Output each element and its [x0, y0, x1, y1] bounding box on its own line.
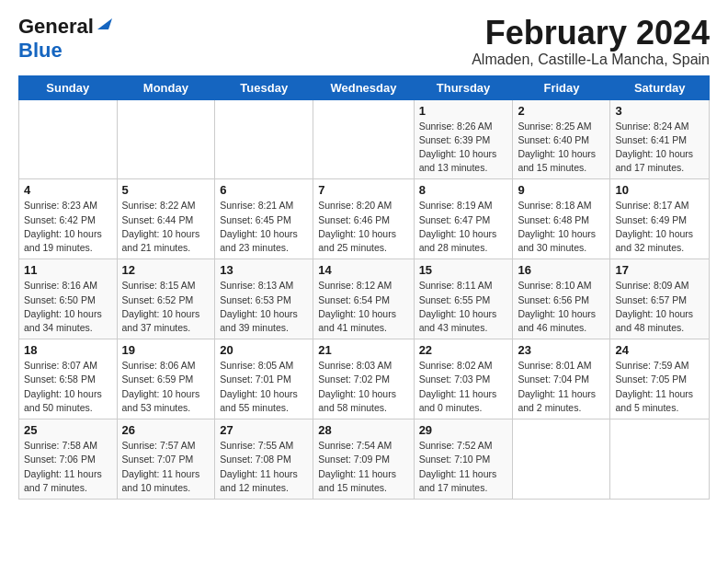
table-row: 24Sunrise: 7:59 AM Sunset: 7:05 PM Dayli… [610, 339, 710, 419]
day-info: Sunrise: 8:05 AM Sunset: 7:01 PM Dayligh… [220, 359, 308, 415]
day-info: Sunrise: 8:02 AM Sunset: 7:03 PM Dayligh… [419, 359, 508, 415]
day-number: 6 [220, 183, 308, 197]
logo-general: General [18, 15, 94, 39]
table-row [610, 419, 710, 500]
day-number: 3 [615, 104, 704, 118]
table-row: 12Sunrise: 8:15 AM Sunset: 6:52 PM Dayli… [117, 259, 215, 339]
calendar-header-row: Sunday Monday Tuesday Wednesday Thursday… [19, 75, 710, 99]
day-info: Sunrise: 7:55 AM Sunset: 7:08 PM Dayligh… [220, 439, 308, 495]
day-number: 28 [318, 423, 408, 437]
day-number: 20 [220, 343, 308, 357]
day-info: Sunrise: 8:19 AM Sunset: 6:47 PM Dayligh… [419, 199, 508, 255]
day-info: Sunrise: 8:15 AM Sunset: 6:52 PM Dayligh… [122, 279, 210, 335]
table-row: 8Sunrise: 8:19 AM Sunset: 6:47 PM Daylig… [414, 179, 513, 259]
day-number: 13 [220, 263, 308, 277]
day-number: 22 [419, 343, 508, 357]
logo-bird-icon [96, 17, 112, 33]
day-number: 9 [518, 183, 605, 197]
table-row: 13Sunrise: 8:13 AM Sunset: 6:53 PM Dayli… [215, 259, 313, 339]
table-row: 17Sunrise: 8:09 AM Sunset: 6:57 PM Dayli… [610, 259, 710, 339]
day-info: Sunrise: 7:59 AM Sunset: 7:05 PM Dayligh… [615, 359, 704, 415]
header-saturday: Saturday [610, 75, 710, 99]
day-number: 18 [24, 343, 112, 357]
day-info: Sunrise: 8:06 AM Sunset: 6:59 PM Dayligh… [122, 359, 210, 415]
day-info: Sunrise: 8:16 AM Sunset: 6:50 PM Dayligh… [24, 279, 112, 335]
day-info: Sunrise: 8:21 AM Sunset: 6:45 PM Dayligh… [220, 199, 308, 255]
calendar-table: Sunday Monday Tuesday Wednesday Thursday… [18, 75, 710, 500]
header-wednesday: Wednesday [313, 75, 414, 99]
day-info: Sunrise: 8:07 AM Sunset: 6:58 PM Dayligh… [24, 359, 112, 415]
day-info: Sunrise: 7:58 AM Sunset: 7:06 PM Dayligh… [24, 439, 112, 495]
day-number: 7 [318, 183, 408, 197]
day-info: Sunrise: 8:20 AM Sunset: 6:46 PM Dayligh… [318, 199, 408, 255]
calendar-week-row: 11Sunrise: 8:16 AM Sunset: 6:50 PM Dayli… [19, 259, 710, 339]
day-info: Sunrise: 8:23 AM Sunset: 6:42 PM Dayligh… [24, 199, 112, 255]
page-header: General Blue February 2024 Almaden, Cast… [18, 15, 710, 68]
day-number: 1 [419, 104, 508, 118]
day-info: Sunrise: 8:26 AM Sunset: 6:39 PM Dayligh… [419, 120, 508, 176]
table-row: 1Sunrise: 8:26 AM Sunset: 6:39 PM Daylig… [414, 99, 513, 179]
table-row: 25Sunrise: 7:58 AM Sunset: 7:06 PM Dayli… [19, 419, 118, 500]
day-info: Sunrise: 8:09 AM Sunset: 6:57 PM Dayligh… [615, 279, 704, 335]
day-info: Sunrise: 8:18 AM Sunset: 6:48 PM Dayligh… [518, 199, 605, 255]
day-info: Sunrise: 7:52 AM Sunset: 7:10 PM Dayligh… [419, 439, 508, 495]
calendar-week-row: 18Sunrise: 8:07 AM Sunset: 6:58 PM Dayli… [19, 339, 710, 419]
table-row: 11Sunrise: 8:16 AM Sunset: 6:50 PM Dayli… [19, 259, 118, 339]
table-row [19, 99, 118, 179]
table-row: 15Sunrise: 8:11 AM Sunset: 6:55 PM Dayli… [414, 259, 513, 339]
day-number: 11 [24, 263, 112, 277]
day-info: Sunrise: 7:54 AM Sunset: 7:09 PM Dayligh… [318, 439, 408, 495]
day-number: 17 [615, 263, 704, 277]
table-row [313, 99, 414, 179]
logo-blue: Blue [18, 39, 63, 62]
svg-marker-0 [97, 18, 112, 29]
table-row [513, 419, 610, 500]
header-tuesday: Tuesday [215, 75, 313, 99]
calendar-week-row: 25Sunrise: 7:58 AM Sunset: 7:06 PM Dayli… [19, 419, 710, 500]
day-number: 14 [318, 263, 408, 277]
day-number: 2 [518, 104, 605, 118]
table-row [117, 99, 215, 179]
day-number: 10 [615, 183, 704, 197]
day-info: Sunrise: 8:03 AM Sunset: 7:02 PM Dayligh… [318, 359, 408, 415]
table-row: 2Sunrise: 8:25 AM Sunset: 6:40 PM Daylig… [513, 99, 610, 179]
table-row [215, 99, 313, 179]
header-thursday: Thursday [414, 75, 513, 99]
table-row: 26Sunrise: 7:57 AM Sunset: 7:07 PM Dayli… [117, 419, 215, 500]
table-row: 29Sunrise: 7:52 AM Sunset: 7:10 PM Dayli… [414, 419, 513, 500]
day-info: Sunrise: 8:13 AM Sunset: 6:53 PM Dayligh… [220, 279, 308, 335]
day-number: 5 [122, 183, 210, 197]
day-number: 21 [318, 343, 408, 357]
table-row: 5Sunrise: 8:22 AM Sunset: 6:44 PM Daylig… [117, 179, 215, 259]
table-row: 10Sunrise: 8:17 AM Sunset: 6:49 PM Dayli… [610, 179, 710, 259]
table-row: 23Sunrise: 8:01 AM Sunset: 7:04 PM Dayli… [513, 339, 610, 419]
day-info: Sunrise: 8:01 AM Sunset: 7:04 PM Dayligh… [518, 359, 605, 415]
table-row: 6Sunrise: 8:21 AM Sunset: 6:45 PM Daylig… [215, 179, 313, 259]
day-info: Sunrise: 7:57 AM Sunset: 7:07 PM Dayligh… [122, 439, 210, 495]
table-row: 3Sunrise: 8:24 AM Sunset: 6:41 PM Daylig… [610, 99, 710, 179]
day-number: 26 [122, 423, 210, 437]
day-number: 8 [419, 183, 508, 197]
header-sunday: Sunday [19, 75, 118, 99]
day-number: 16 [518, 263, 605, 277]
day-info: Sunrise: 8:12 AM Sunset: 6:54 PM Dayligh… [318, 279, 408, 335]
header-monday: Monday [117, 75, 215, 99]
table-row: 22Sunrise: 8:02 AM Sunset: 7:03 PM Dayli… [414, 339, 513, 419]
table-row: 21Sunrise: 8:03 AM Sunset: 7:02 PM Dayli… [313, 339, 414, 419]
title-block: February 2024 Almaden, Castille-La Manch… [472, 15, 710, 68]
day-number: 19 [122, 343, 210, 357]
table-row: 4Sunrise: 8:23 AM Sunset: 6:42 PM Daylig… [19, 179, 118, 259]
day-info: Sunrise: 8:10 AM Sunset: 6:56 PM Dayligh… [518, 279, 605, 335]
day-number: 25 [24, 423, 112, 437]
table-row: 7Sunrise: 8:20 AM Sunset: 6:46 PM Daylig… [313, 179, 414, 259]
table-row: 27Sunrise: 7:55 AM Sunset: 7:08 PM Dayli… [215, 419, 313, 500]
calendar-week-row: 4Sunrise: 8:23 AM Sunset: 6:42 PM Daylig… [19, 179, 710, 259]
calendar-week-row: 1Sunrise: 8:26 AM Sunset: 6:39 PM Daylig… [19, 99, 710, 179]
header-friday: Friday [513, 75, 610, 99]
table-row: 28Sunrise: 7:54 AM Sunset: 7:09 PM Dayli… [313, 419, 414, 500]
table-row: 19Sunrise: 8:06 AM Sunset: 6:59 PM Dayli… [117, 339, 215, 419]
table-row: 18Sunrise: 8:07 AM Sunset: 6:58 PM Dayli… [19, 339, 118, 419]
calendar-subtitle: Almaden, Castille-La Mancha, Spain [472, 52, 710, 68]
day-number: 24 [615, 343, 704, 357]
calendar-title: February 2024 [472, 15, 710, 52]
